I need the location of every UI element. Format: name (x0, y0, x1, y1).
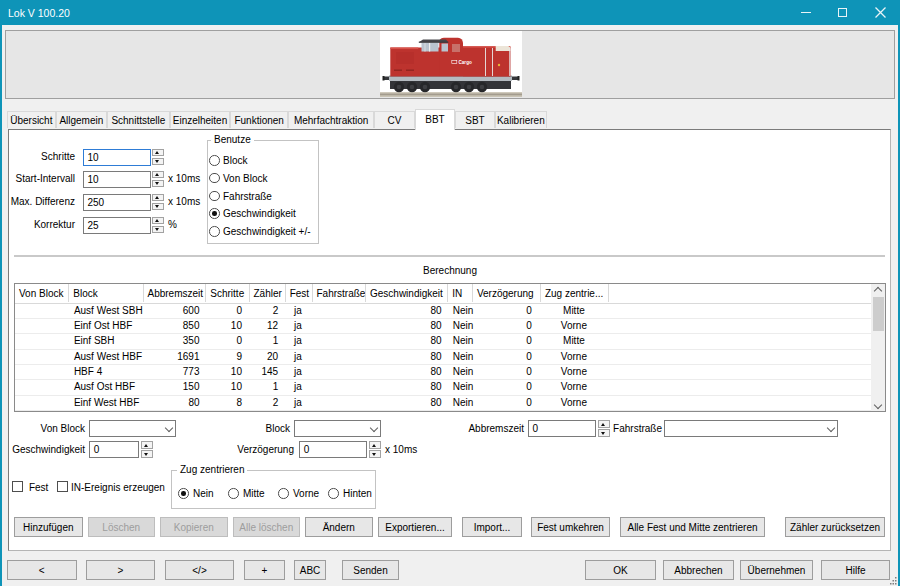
svg-text:Cargo: Cargo (459, 60, 472, 65)
